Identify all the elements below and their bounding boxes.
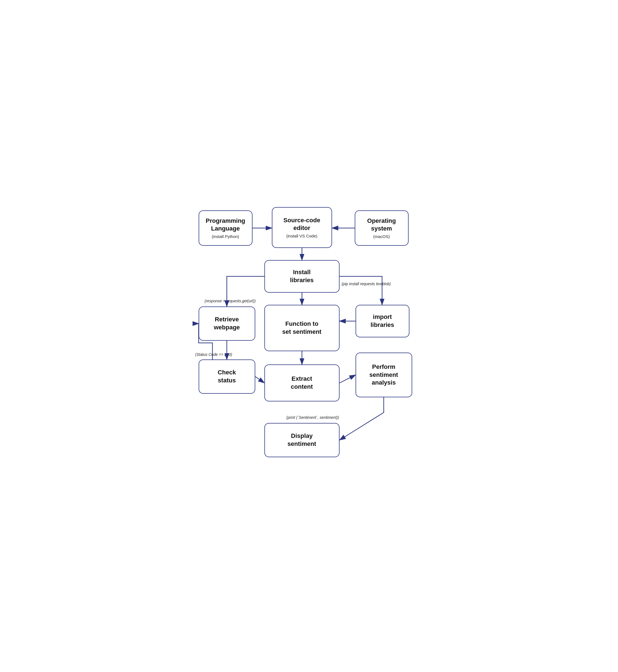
- svg-line-9: [339, 375, 355, 383]
- box-source-code-editor: Source-code editor (install VS Code): [272, 207, 332, 248]
- label-response-requests: (response = requests.get(url)): [205, 299, 256, 303]
- box-sub: (macOS): [373, 234, 390, 239]
- box-label: Function to: [285, 320, 319, 328]
- label-print-sentiment: (print (´Sentiment`, sentiment)): [287, 415, 339, 420]
- box-label: Operating: [367, 217, 396, 225]
- box-label2: sentiment: [370, 371, 398, 379]
- box-sub: (install Python): [212, 234, 239, 239]
- box-label2: Language: [211, 225, 240, 233]
- box-label2: editor: [293, 224, 310, 232]
- box-label: Retrieve: [215, 315, 239, 323]
- box-check-status: Check status: [199, 360, 255, 394]
- box-retrieve-webpage: Retrieve webpage: [199, 306, 255, 341]
- box-label2: content: [291, 383, 313, 391]
- box-label: Programming: [206, 217, 245, 225]
- box-label2: system: [371, 225, 392, 233]
- box-operating-system: Operating system (macOS): [355, 211, 409, 246]
- box-function-to-set-sentiment: Function to set sentiment: [265, 305, 339, 351]
- label-pip-install: (pip install requests textblob): [342, 282, 391, 286]
- box-label: Extract: [292, 375, 312, 383]
- box-install-libraries: Install libraries: [265, 260, 339, 293]
- box-display-sentiment: Display sentiment: [265, 423, 339, 457]
- box-label: import: [373, 313, 392, 321]
- box-import-libraries: import libraries: [355, 305, 409, 338]
- box-label: Perform: [372, 363, 395, 371]
- box-sub: (install VS Code): [286, 233, 317, 239]
- box-label3: analysis: [372, 379, 396, 387]
- box-label2: sentiment: [288, 440, 316, 448]
- box-label: Source-code: [284, 217, 320, 225]
- box-label2: status: [218, 377, 236, 385]
- flowchart-diagram: Programming Language (install Python) So…: [190, 205, 428, 467]
- box-label2: set sentiment: [282, 328, 322, 336]
- box-label: Check: [218, 369, 236, 377]
- svg-line-8: [255, 377, 265, 383]
- box-label2: libraries: [371, 321, 394, 329]
- box-label2: libraries: [290, 276, 314, 284]
- label-status-code: (Status Code == 200): [195, 352, 232, 357]
- box-perform-sentiment-analysis: Perform sentiment analysis: [355, 353, 412, 397]
- box-extract-content: Extract content: [265, 365, 339, 401]
- box-label2: webpage: [214, 323, 240, 331]
- box-programming-language: Programming Language (install Python): [199, 211, 252, 246]
- box-label: Install: [293, 268, 311, 276]
- box-label: Display: [291, 432, 312, 440]
